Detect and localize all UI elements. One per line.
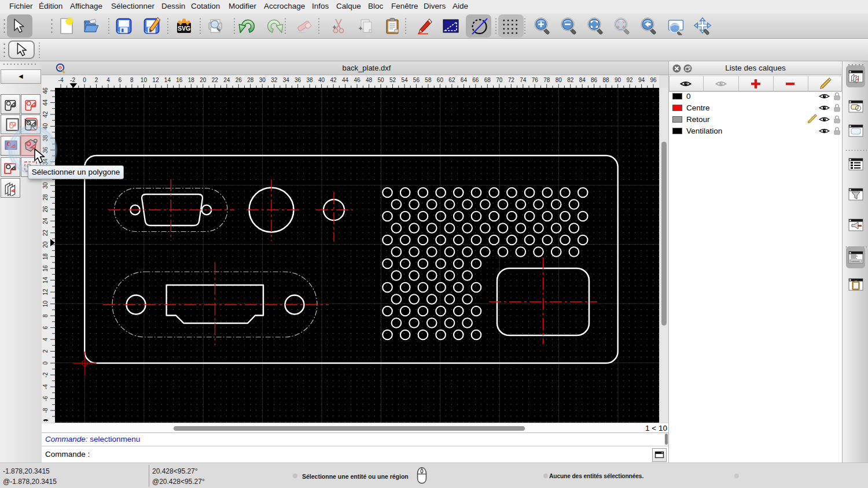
svg-text:34: 34	[283, 77, 290, 83]
svg-text:52: 52	[389, 77, 396, 83]
svg-text:28: 28	[247, 77, 254, 83]
svg-text:10: 10	[42, 301, 49, 308]
svg-text:94: 94	[638, 77, 645, 83]
svg-text:2: 2	[95, 77, 98, 83]
svg-text:42: 42	[330, 77, 337, 83]
svg-text:-6: -6	[42, 396, 49, 401]
svg-text:60: 60	[437, 77, 444, 83]
svg-text:0: 0	[83, 77, 86, 83]
svg-text:4: 4	[42, 338, 49, 341]
svg-text:44: 44	[42, 99, 49, 106]
svg-text:SVG: SVG	[178, 25, 190, 32]
svg-text:14: 14	[164, 77, 171, 83]
svg-text:26: 26	[236, 77, 242, 83]
svg-text:88: 88	[603, 77, 610, 83]
svg-text:24: 24	[223, 77, 230, 83]
svg-text:72: 72	[508, 77, 515, 83]
svg-text:8: 8	[130, 77, 134, 83]
svg-text:90: 90	[615, 77, 621, 83]
svg-text:-4: -4	[58, 77, 64, 83]
svg-text:-4: -4	[42, 384, 49, 389]
svg-text:24: 24	[42, 217, 49, 224]
svg-text:16: 16	[176, 77, 183, 83]
svg-text:6: 6	[42, 326, 49, 329]
svg-text:58: 58	[425, 77, 432, 83]
svg-text:96: 96	[650, 77, 657, 83]
svg-text:command: command	[851, 260, 859, 263]
svg-text:8: 8	[42, 314, 49, 317]
svg-text:76: 76	[532, 77, 539, 83]
svg-text:82: 82	[567, 77, 574, 83]
svg-text:62: 62	[448, 77, 455, 83]
svg-text:20: 20	[42, 241, 49, 248]
svg-text:78: 78	[543, 77, 550, 83]
svg-text:6: 6	[119, 77, 122, 83]
svg-text:4: 4	[106, 77, 110, 83]
svg-text:68: 68	[484, 77, 491, 83]
svg-text:18: 18	[188, 77, 195, 83]
svg-text:30: 30	[259, 77, 266, 83]
svg-text:26: 26	[42, 206, 49, 213]
svg-text:80: 80	[556, 77, 562, 83]
svg-text:-2: -2	[70, 77, 75, 83]
svg-text:-2: -2	[42, 372, 49, 378]
svg-text:40: 40	[318, 77, 325, 83]
svg-text:12: 12	[152, 77, 159, 83]
svg-text:50: 50	[377, 77, 384, 83]
svg-text:14: 14	[42, 277, 49, 284]
svg-text:38: 38	[307, 77, 314, 83]
svg-text:-8: -8	[42, 408, 49, 413]
svg-text:18: 18	[42, 253, 49, 260]
svg-text:0: 0	[42, 361, 49, 365]
svg-text:86: 86	[591, 77, 598, 83]
svg-text:46: 46	[354, 77, 361, 83]
svg-text:20: 20	[200, 77, 207, 83]
svg-text:74: 74	[520, 77, 527, 83]
svg-text:36: 36	[295, 77, 301, 83]
svg-text:48: 48	[366, 77, 373, 83]
svg-text:22: 22	[42, 230, 49, 236]
svg-text:30: 30	[42, 182, 49, 189]
svg-text:2: 2	[42, 349, 49, 353]
svg-text:54: 54	[401, 77, 408, 83]
svg-text:16: 16	[42, 265, 49, 272]
svg-text:70: 70	[496, 77, 503, 83]
svg-text:32: 32	[271, 77, 278, 83]
svg-text:42: 42	[42, 111, 49, 118]
svg-text:56: 56	[413, 77, 420, 83]
svg-text:92: 92	[627, 77, 634, 83]
svg-text:28: 28	[42, 194, 49, 201]
svg-text:84: 84	[579, 77, 586, 83]
svg-text:10: 10	[141, 77, 148, 83]
svg-text:44: 44	[342, 77, 349, 83]
svg-text:22: 22	[212, 77, 219, 83]
svg-text:12: 12	[42, 289, 49, 295]
svg-text:66: 66	[472, 77, 479, 83]
svg-text:46: 46	[42, 88, 49, 94]
svg-text:64: 64	[461, 77, 468, 83]
